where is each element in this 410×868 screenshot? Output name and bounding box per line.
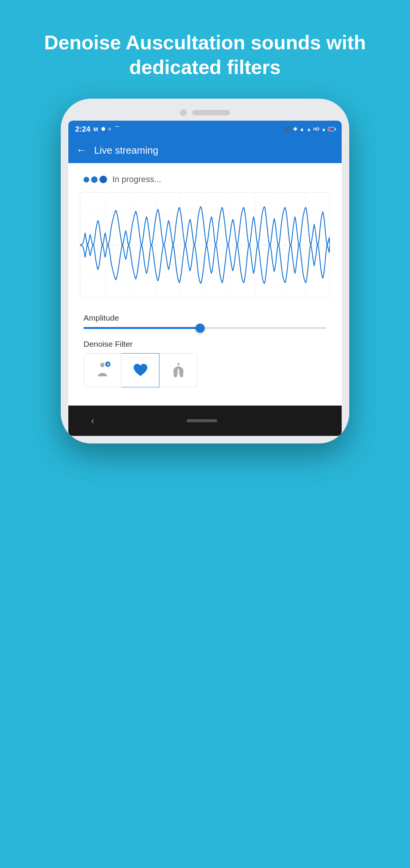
slider-thumb[interactable] <box>196 324 205 333</box>
app-bar-title: Live streaming <box>94 145 158 156</box>
dot-3 <box>99 176 107 183</box>
status-time: 2:24 <box>75 125 90 134</box>
filter-buttons-group: ✕ <box>84 353 326 387</box>
gmail-icon: M <box>93 126 98 132</box>
amplitude-label: Amplitude <box>84 313 326 322</box>
phone-screen: 2:24 M ≡ ⌒ 🎧 ✱ ▲ ▲ HD ▲ <box>68 121 342 436</box>
svg-rect-7 <box>178 363 179 366</box>
heart-filter-button[interactable] <box>121 353 159 387</box>
slider-fill <box>84 327 200 329</box>
phone-top-bar <box>68 109 342 116</box>
wifi-icon2: ⌒ <box>114 126 120 132</box>
hd-label: HD <box>313 127 319 131</box>
nav-back-button[interactable]: ‹ <box>91 415 94 426</box>
status-dot <box>101 127 105 131</box>
phone-camera <box>180 109 187 116</box>
page-title: Denoise Auscultation sounds with dedicat… <box>0 0 410 99</box>
waveform-container <box>80 192 330 298</box>
heart-icon <box>132 362 149 379</box>
svg-text:✕: ✕ <box>106 362 109 366</box>
status-bar: 2:24 M ≡ ⌒ 🎧 ✱ ▲ ▲ HD ▲ <box>68 121 342 137</box>
note-icon: ≡ <box>108 126 111 132</box>
nav-bar: ‹ <box>68 406 342 436</box>
dot-1 <box>84 177 89 182</box>
phone-speaker <box>192 110 230 115</box>
headphone-icon: 🎧 <box>285 126 291 132</box>
slider-track[interactable] <box>84 327 326 329</box>
screen-content: In progress... <box>68 163 342 406</box>
status-bar-right: 🎧 ✱ ▲ ▲ HD ▲ <box>285 126 335 132</box>
in-progress-label: In progress... <box>112 175 161 184</box>
status-bar-left: 2:24 M ≡ ⌒ <box>75 125 120 134</box>
in-progress-row: In progress... <box>80 175 330 184</box>
signal-icon2: ▲ <box>321 126 326 132</box>
amplitude-control: Amplitude <box>84 313 326 329</box>
waveform-svg <box>80 192 330 298</box>
phone-mockup: 2:24 M ≡ ⌒ 🎧 ✱ ▲ ▲ HD ▲ <box>61 99 349 443</box>
filter-label: Denoise Filter <box>84 340 326 349</box>
dot-2 <box>91 176 98 183</box>
no-filter-icon: ✕ <box>94 361 111 379</box>
bluetooth-icon: ✱ <box>293 126 298 132</box>
controls-section: Amplitude Denoise Filter <box>80 313 330 387</box>
app-bar: ← Live streaming <box>68 137 342 163</box>
battery-icon <box>328 126 335 132</box>
dots-indicator <box>84 176 107 183</box>
amplitude-slider[interactable] <box>84 327 326 329</box>
no-filter-button[interactable]: ✕ <box>84 353 121 387</box>
lungs-filter-button[interactable] <box>159 353 197 387</box>
wifi-icon: ▲ <box>300 126 305 132</box>
back-button[interactable]: ← <box>76 144 87 156</box>
signal-icon: ▲ <box>306 126 311 132</box>
lungs-icon <box>169 361 188 379</box>
denoise-filter-control: Denoise Filter <box>84 340 326 387</box>
nav-home-pill[interactable] <box>187 419 217 422</box>
